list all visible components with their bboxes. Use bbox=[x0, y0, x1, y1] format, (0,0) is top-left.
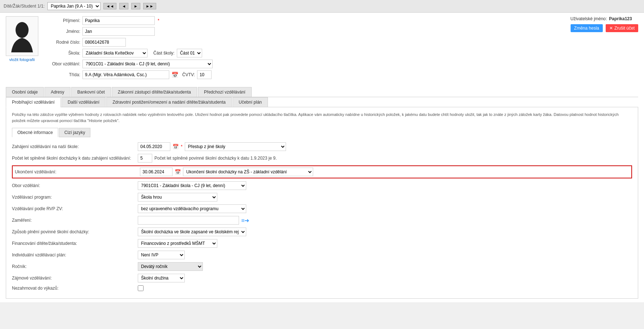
jmeno-label: Jméno: bbox=[44, 29, 80, 34]
delete-account-label: Zrušit účet bbox=[614, 26, 635, 31]
zajmove-select[interactable]: Školní družina bbox=[138, 274, 185, 282]
nezahrn-row: Nezahrnovat do výkazů: bbox=[12, 285, 632, 291]
zamereni-row: Zaměření: ≡➜ bbox=[12, 216, 632, 225]
financovani-value: Financováno z prostředků MŠMT bbox=[138, 239, 217, 248]
skola-select[interactable]: Základní škola Kvítečkov bbox=[82, 49, 148, 57]
tab-probihajici[interactable]: Probíhající vzdělávání bbox=[6, 97, 61, 107]
ukonceni-type-select[interactable]: Ukončení školní docházky na ZŠ - základn… bbox=[183, 168, 313, 176]
tab-predchozi[interactable]: Předchozí vzdělávání bbox=[198, 87, 252, 97]
info-text: Položky na této záložce vyplňte výběrem … bbox=[12, 112, 632, 124]
cvtv-input[interactable] bbox=[197, 70, 212, 79]
skola-label: Škola: bbox=[44, 51, 80, 56]
sub-tab-obecne[interactable]: Obecné informace bbox=[12, 128, 58, 137]
nav-last[interactable]: ►► bbox=[143, 3, 156, 9]
nezahrn-value bbox=[138, 285, 144, 291]
zahajeni-row: Zahájení vzdělávání na naší škole: 📅 * P… bbox=[12, 142, 632, 151]
required-zahajeni: * bbox=[181, 144, 183, 149]
tab-zdravotni[interactable]: Zdravotní postižení/omezení a nadání dít… bbox=[106, 97, 232, 107]
photo-link[interactable]: vložit fotografii bbox=[9, 57, 35, 62]
rvp-select[interactable]: bez upraveného vzdělávacího programu bbox=[138, 204, 246, 213]
jmeno-row: Jméno: bbox=[44, 27, 550, 36]
financovani-label: Financování dítěte/žáka/studenta: bbox=[12, 241, 135, 246]
nav-next[interactable]: ► bbox=[131, 3, 140, 9]
vzdelavaci-program-row: Vzdělávací program: Škola hrou bbox=[12, 193, 632, 202]
vzdelavaci-program-select[interactable]: Škola hrou bbox=[138, 193, 217, 202]
right-section: Uživatelské jméno: Paprika123 Změna hesl… bbox=[556, 16, 638, 81]
zahajeni-label: Zahájení vzdělávání na naší škole: bbox=[12, 144, 135, 149]
rocnik-row: Ročník: Devátý ročník bbox=[12, 262, 632, 271]
nezahrn-label: Nezahrnovat do výkazů: bbox=[12, 286, 135, 291]
zahajeni-type-select[interactable]: Přestup z jiné školy bbox=[185, 142, 286, 151]
trida-row: Třída: 📅 ČVTV: bbox=[44, 70, 550, 79]
ukonceni-label: Ukončení vzdělávání: bbox=[15, 169, 138, 174]
tab-adresy[interactable]: Adresy bbox=[44, 87, 70, 97]
student-select[interactable]: Paprika Jan (9.A - 10) bbox=[47, 2, 101, 10]
student-header: vložit fotografii Příjmení: * Jméno: Rod… bbox=[6, 16, 638, 85]
change-password-btn[interactable]: Změna hesla bbox=[571, 24, 603, 32]
cast-skoly-select[interactable]: Část 01 bbox=[177, 49, 202, 57]
cvtv-label: ČVTV: bbox=[182, 72, 195, 77]
zahajeni-date[interactable] bbox=[138, 142, 170, 151]
rodne-cislo-row: Rodné číslo: bbox=[44, 38, 550, 47]
ukonceni-cal-btn[interactable]: 📅 bbox=[175, 169, 181, 175]
ukonceni-date[interactable] bbox=[140, 168, 172, 176]
ukonceni-row-highlighted: Ukončení vzdělávání: 📅 Ukončení školní d… bbox=[12, 165, 632, 178]
rocnik-value: Devátý ročník bbox=[138, 262, 203, 271]
pocet-let-input[interactable] bbox=[138, 154, 152, 163]
tab-bankovni[interactable]: Bankovní účet bbox=[71, 87, 111, 97]
calendar-icon: 📅 bbox=[171, 72, 179, 78]
photo-box bbox=[6, 16, 38, 56]
sub-tab-cizi[interactable]: Cizí jazyky bbox=[59, 128, 90, 137]
prijmeni-row: Příjmení: * bbox=[44, 16, 550, 25]
obor-select[interactable]: 7901C01 - Základní škola - CJ (9 let, de… bbox=[82, 60, 213, 68]
trida-input[interactable] bbox=[82, 70, 169, 79]
rodne-cislo-input[interactable] bbox=[82, 38, 126, 47]
zamereni-edit-btn[interactable]: ≡➜ bbox=[241, 217, 249, 224]
zpusob-row: Způsob plnění povinné školní docházky: Š… bbox=[12, 228, 632, 236]
ivp-row: Individuální vzdělávací plán: Není IVP bbox=[12, 251, 632, 259]
username-label: Uživatelské jméno: bbox=[571, 16, 607, 21]
financovani-select[interactable]: Financováno z prostředků MŠMT bbox=[138, 239, 217, 248]
zpusob-value: Školní docházka ve škole zapsané ve škol… bbox=[138, 228, 246, 236]
svg-point-0 bbox=[16, 22, 29, 38]
vzdelavaci-program-label: Vzdělávací program: bbox=[12, 195, 135, 200]
main-content: vložit fotografii Příjmení: * Jméno: Rod… bbox=[0, 13, 644, 302]
rodne-cislo-label: Rodné číslo: bbox=[44, 40, 80, 45]
tab-osobni[interactable]: Osobní údaje bbox=[6, 87, 44, 97]
pocet-let-row: Počet let splněné školní docházky k datu… bbox=[12, 154, 632, 163]
zpusob-label: Způsob plnění povinné školní docházky: bbox=[12, 229, 135, 234]
tab-zakonni[interactable]: Zákonní zástupci dítěte/žáka/studenta bbox=[112, 87, 197, 97]
student-label: Dítě/Žák/Student 1/1: bbox=[4, 4, 44, 9]
tabs-container: Osobní údaje Adresy Bankovní účet Zákonn… bbox=[6, 87, 638, 107]
financovani-row: Financování dítěte/žáka/studenta: Financ… bbox=[12, 239, 632, 248]
ivp-select[interactable]: Není IVP bbox=[138, 251, 185, 259]
ivp-value: Není IVP bbox=[138, 251, 185, 259]
skola-row: Škola: Základní škola Kvítečkov Část ško… bbox=[44, 49, 550, 57]
zamereni-label: Zaměření: bbox=[12, 218, 135, 223]
account-buttons: Změna hesla ✕ Zrušit účet bbox=[571, 24, 638, 32]
tabs-row1: Osobní údaje Adresy Bankovní účet Zákonn… bbox=[6, 87, 638, 97]
tab-dalsi[interactable]: Další vzdělávání bbox=[61, 97, 106, 107]
obor-vzdelani-row: Obor vzdělání: 7901C01 - Základní škola … bbox=[12, 181, 632, 190]
zahajeni-cal-btn[interactable]: 📅 bbox=[172, 144, 179, 150]
rocnik-select[interactable]: Devátý ročník bbox=[138, 262, 203, 271]
rocnik-label: Ročník: bbox=[12, 264, 135, 269]
rvp-label: Vzdělávání podle RVP ZV: bbox=[12, 206, 135, 211]
rvp-value: bez upraveného vzdělávacího programu bbox=[138, 204, 246, 213]
zamereni-input[interactable] bbox=[138, 216, 239, 225]
pocet-let-label: Počet let splněné školní docházky k datu… bbox=[12, 156, 135, 161]
obor-label: Obor vzdělání: bbox=[44, 61, 80, 66]
obor-vzdelani-select[interactable]: 7901C01 - Základní škola - CJ (9 let, de… bbox=[138, 181, 246, 190]
prijmeni-label: Příjmení: bbox=[44, 18, 80, 23]
zajmove-value: Školní družina bbox=[138, 274, 185, 282]
pocet-let-note: Počet let splněné povinné školní docházk… bbox=[154, 156, 277, 161]
tab-ucebni[interactable]: Učební plán bbox=[233, 97, 268, 107]
nav-first[interactable]: ◄◄ bbox=[103, 3, 116, 9]
jmeno-input[interactable] bbox=[82, 27, 155, 36]
zpusob-select[interactable]: Školní docházka ve škole zapsané ve škol… bbox=[138, 228, 246, 236]
prijmeni-input[interactable] bbox=[82, 16, 155, 25]
zajmove-label: Zájmové vzdělávání: bbox=[12, 276, 135, 281]
nav-prev[interactable]: ◄ bbox=[119, 3, 128, 9]
nezahrn-checkbox[interactable] bbox=[138, 285, 144, 291]
delete-account-btn[interactable]: ✕ Zrušit účet bbox=[606, 24, 638, 32]
